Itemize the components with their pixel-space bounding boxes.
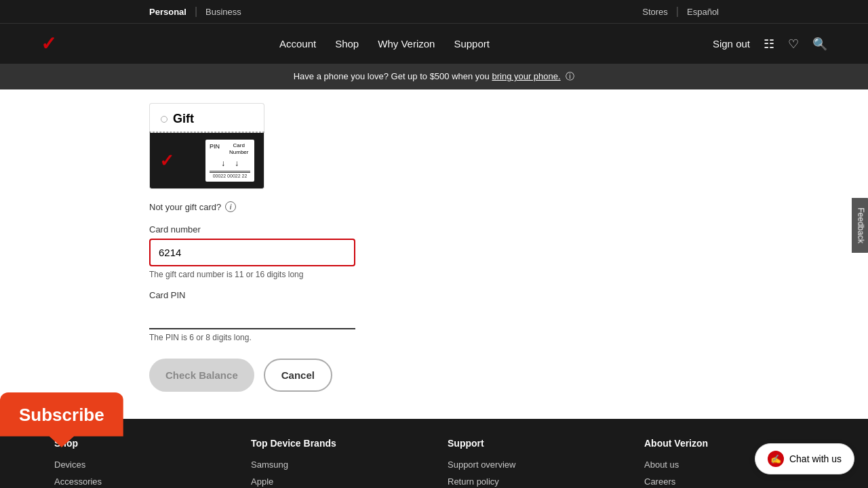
- card-number-arrow: ↓: [235, 158, 239, 169]
- footer-support-overview-link[interactable]: Support overview: [448, 460, 617, 470]
- pin-arrow: ↓: [221, 158, 225, 169]
- footer-brands-title: Top Device Brands: [251, 438, 420, 449]
- verizon-logo[interactable]: ✓: [41, 33, 56, 55]
- barcode-text: 00022 00022 22: [210, 173, 250, 180]
- stores-link[interactable]: Stores: [642, 7, 668, 17]
- cart-icon[interactable]: ☷: [764, 37, 774, 52]
- card-number-label: CardNumber: [229, 142, 248, 157]
- footer: Shop Devices Accessories Top Device Bran…: [0, 419, 868, 488]
- chat-label: Chat with us: [789, 453, 842, 464]
- pin-label: PIN: [210, 142, 220, 157]
- main-content: Gift ✓ PIN CardNumber ↓ ↓ 00022 000: [0, 89, 868, 419]
- pin-input-wrapper: [149, 304, 355, 329]
- not-gift-card-text: Not your gift card?: [149, 202, 221, 212]
- feedback-tab[interactable]: Feedback: [852, 198, 868, 253]
- top-bar-right: Stores | Español: [642, 5, 719, 18]
- top-bar-left: Personal | Business: [149, 5, 241, 18]
- footer-shop-title: Shop: [54, 438, 224, 449]
- shop-nav-link[interactable]: Shop: [335, 38, 359, 49]
- footer-accessories-link[interactable]: Accessories: [54, 476, 224, 487]
- footer-support-title: Support: [448, 438, 617, 449]
- button-row: Check Balance Cancel: [149, 359, 719, 392]
- account-nav-link[interactable]: Account: [279, 38, 316, 49]
- footer-return-policy-link[interactable]: Return policy: [448, 476, 617, 487]
- barcode-area: 00022 00022 22: [210, 171, 250, 180]
- cancel-button[interactable]: Cancel: [264, 359, 332, 392]
- card-number-input[interactable]: [149, 239, 355, 266]
- card-number-hint: The gift card number is 11 or 16 digits …: [149, 270, 355, 279]
- gift-card-top: Gift: [149, 103, 264, 131]
- footer-devices-link[interactable]: Devices: [54, 460, 224, 470]
- top-bar: Personal | Business Stores | Español: [0, 0, 868, 23]
- gift-card-bottom: ✓ PIN CardNumber ↓ ↓ 00022 00022 22: [149, 133, 264, 189]
- personal-link[interactable]: Personal: [149, 7, 186, 17]
- gift-card-image: Gift ✓ PIN CardNumber ↓ ↓ 00022 000: [149, 103, 264, 189]
- sign-out-link[interactable]: Sign out: [713, 38, 750, 49]
- check-balance-button[interactable]: Check Balance: [149, 359, 254, 392]
- card-pin-group: Card PIN The PIN is 6 or 8 digits long.: [149, 290, 355, 342]
- footer-careers-link[interactable]: Careers: [644, 476, 814, 487]
- gift-card-title: Gift: [173, 112, 194, 126]
- info-icon[interactable]: i: [225, 201, 236, 212]
- footer-col-support: Support Support overview Return policy: [434, 438, 631, 488]
- support-nav-link[interactable]: Support: [454, 38, 490, 49]
- card-pin-input[interactable]: [149, 304, 355, 327]
- search-icon[interactable]: 🔍: [812, 37, 827, 52]
- card-pin-hint: The PIN is 6 or 8 digits long.: [149, 333, 355, 342]
- gift-card-dot: [161, 116, 167, 123]
- espanol-link[interactable]: Español: [687, 7, 719, 17]
- promo-text: Have a phone you love? Get up to $500 wh…: [294, 71, 490, 81]
- header: ✓ Account Shop Why Verizon Support Sign …: [0, 23, 868, 64]
- wishlist-icon[interactable]: ♡: [788, 37, 799, 52]
- promo-banner: Have a phone you love? Get up to $500 wh…: [0, 64, 868, 89]
- footer-col-brands: Top Device Brands Samsung Apple: [237, 438, 434, 488]
- footer-apple-link[interactable]: Apple: [251, 476, 420, 487]
- card-number-group: Card number The gift card number is 11 o…: [149, 224, 355, 279]
- chat-button[interactable]: ✍ Chat with us: [755, 443, 854, 474]
- promo-link[interactable]: bring your phone.: [492, 71, 560, 81]
- card-pin-label: Card PIN: [149, 290, 355, 300]
- header-right: Sign out ☷ ♡ 🔍: [713, 37, 827, 52]
- footer-col-shop: Shop Devices Accessories: [41, 438, 237, 488]
- promo-info-icon[interactable]: ⓘ: [566, 71, 574, 81]
- main-nav: Account Shop Why Verizon Support: [279, 38, 490, 49]
- pin-card-label: PIN CardNumber ↓ ↓ 00022 00022 22: [205, 140, 254, 182]
- not-gift-card-row: Not your gift card? i: [149, 201, 719, 212]
- footer-samsung-link[interactable]: Samsung: [251, 460, 420, 470]
- card-number-label: Card number: [149, 224, 355, 235]
- why-verizon-nav-link[interactable]: Why Verizon: [378, 38, 435, 49]
- business-link[interactable]: Business: [205, 7, 241, 17]
- chat-icon: ✍: [768, 451, 784, 467]
- vz-check-symbol: ✓: [159, 150, 174, 171]
